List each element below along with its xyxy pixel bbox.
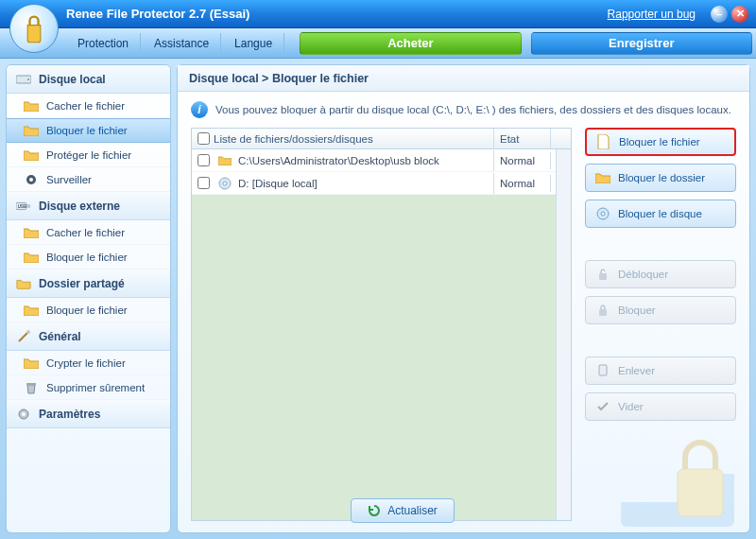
usb-icon: USB — [16, 199, 31, 214]
col-files[interactable]: Liste de fichiers/dossiers/disques — [192, 129, 494, 148]
menu-bar: Protection Assistance Langue Acheter Enr… — [0, 28, 756, 59]
sidebar-ext-block[interactable]: Bloquer le fichier — [7, 245, 170, 270]
app-title: Renee File Protector 2.7 (Essai) — [66, 7, 249, 21]
sidebar-header-shared: Dossier partagé — [7, 270, 170, 298]
folder-lock-icon — [24, 123, 39, 138]
block-file-button[interactable]: Bloquer le fichier — [585, 128, 736, 156]
gear-icon — [16, 407, 31, 422]
row-checkbox[interactable] — [198, 177, 210, 189]
list-row[interactable]: C:\Users\Administrator\Desktop\usb block… — [192, 149, 571, 172]
info-text: Vous pouvez bloquer à partir du disque l… — [215, 104, 731, 115]
svg-point-10 — [22, 412, 26, 416]
disk-icon — [217, 176, 232, 191]
refresh-button[interactable]: Actualiser — [351, 498, 455, 523]
breadcrumb: Disque local > Bloquer le fichier — [178, 65, 749, 92]
menu-assistance[interactable]: Assistance — [143, 33, 221, 54]
block-disk-button[interactable]: Bloquer le disque — [585, 200, 736, 228]
lock-icon — [595, 303, 610, 318]
unblock-button[interactable]: Débloquer — [585, 260, 736, 288]
unlock-icon — [595, 267, 610, 282]
block-button[interactable]: Bloquer — [585, 296, 736, 324]
remove-icon — [595, 363, 610, 378]
file-icon — [596, 134, 611, 149]
buy-button[interactable]: Acheter — [300, 32, 521, 55]
row-checkbox[interactable] — [198, 154, 210, 166]
svg-point-1 — [27, 78, 29, 80]
content-panel: Disque local > Bloquer le fichier i Vous… — [177, 64, 750, 533]
check-icon — [595, 399, 610, 414]
clear-button[interactable]: Vider — [585, 392, 736, 421]
sidebar: Disque local Cacher le fichier Bloquer l… — [6, 64, 171, 533]
svg-point-14 — [601, 212, 605, 216]
folder-icon — [24, 303, 39, 318]
svg-rect-15 — [599, 273, 607, 280]
sidebar-ext-hide[interactable]: Cacher le fichier — [7, 220, 170, 245]
title-bar: Renee File Protector 2.7 (Essai) Rapport… — [0, 0, 756, 28]
menu-protection[interactable]: Protection — [66, 33, 141, 54]
menu-langue[interactable]: Langue — [223, 33, 284, 54]
sidebar-header-external: USB Disque externe — [7, 192, 170, 220]
refresh-icon — [367, 503, 382, 518]
folder-icon — [217, 153, 232, 168]
svg-text:USB: USB — [18, 203, 26, 208]
select-all-checkbox[interactable] — [198, 132, 210, 145]
info-icon: i — [191, 101, 208, 118]
report-bug-link[interactable]: Rapporter un bug — [608, 8, 696, 21]
trash-icon — [24, 380, 39, 395]
file-list: Liste de fichiers/dossiers/disques Etat … — [191, 128, 572, 521]
list-header: Liste de fichiers/dossiers/disques Etat — [192, 129, 571, 149]
svg-point-7 — [26, 330, 30, 334]
disk-icon — [595, 206, 610, 221]
sidebar-header-local: Disque local — [7, 65, 170, 94]
svg-point-12 — [223, 182, 227, 185]
app-logo-icon — [9, 4, 59, 53]
sidebar-header-general: Général — [7, 322, 170, 351]
list-row[interactable]: D: [Disque local] Normal — [192, 172, 571, 195]
drive-icon — [16, 72, 31, 87]
info-row: i Vous pouvez bloquer à partir du disque… — [178, 92, 749, 128]
eye-icon — [24, 172, 39, 187]
minimize-button[interactable]: – — [711, 6, 728, 23]
scrollbar[interactable] — [556, 149, 571, 520]
folder-icon — [24, 225, 39, 240]
folder-icon — [24, 98, 39, 113]
sidebar-local-monitor[interactable]: Surveiller — [7, 167, 170, 192]
close-button[interactable]: ✕ — [731, 6, 748, 23]
folder-icon — [24, 250, 39, 265]
register-button[interactable]: Enregistrer — [531, 32, 752, 55]
sidebar-gen-encrypt[interactable]: Crypter le fichier — [7, 351, 170, 375]
sidebar-shared-block[interactable]: Bloquer le fichier — [7, 298, 170, 322]
col-state[interactable]: Etat — [494, 129, 551, 148]
sidebar-local-protect[interactable]: Protéger le fichier — [7, 143, 170, 167]
svg-rect-17 — [599, 365, 607, 375]
sidebar-local-block[interactable]: Bloquer le fichier — [7, 118, 170, 143]
main-area: Disque local Cacher le fichier Bloquer l… — [0, 59, 756, 539]
tools-icon — [16, 329, 31, 344]
action-panel: Bloquer le fichier Bloquer le dossier Bl… — [585, 128, 736, 521]
svg-point-3 — [29, 178, 33, 182]
remove-button[interactable]: Enlever — [585, 356, 736, 385]
sidebar-gen-delete[interactable]: Supprimer sûrement — [7, 375, 170, 400]
svg-rect-5 — [26, 204, 30, 208]
shared-folder-icon — [16, 276, 31, 291]
svg-rect-8 — [26, 383, 36, 385]
sidebar-local-hide[interactable]: Cacher le fichier — [7, 94, 170, 118]
folder-icon — [595, 170, 610, 185]
svg-rect-16 — [599, 309, 607, 316]
folder-icon — [24, 356, 39, 371]
folder-shield-icon — [24, 148, 39, 163]
sidebar-header-settings[interactable]: Paramètres — [7, 400, 170, 428]
list-empty-area — [192, 195, 571, 520]
block-folder-button[interactable]: Bloquer le dossier — [585, 164, 736, 192]
